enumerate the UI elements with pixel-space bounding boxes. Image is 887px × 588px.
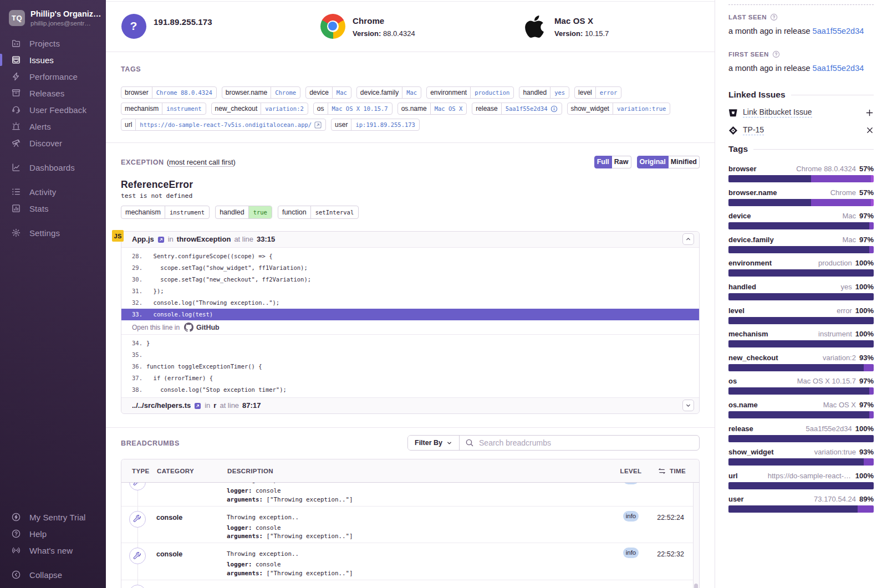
tag-meter-handled[interactable]: handled yes100% <box>728 283 874 300</box>
tag-meter-environment[interactable]: environment production100% <box>728 259 874 277</box>
tags-section: TAGS browser Chrome 88.0.4324 browser.na… <box>106 52 715 142</box>
tag-pill-browser[interactable]: browser Chrome 88.0.4324 <box>121 86 217 99</box>
tag-meter-os[interactable]: os Mac OS X 10.15.797% <box>728 377 874 395</box>
open-file-icon[interactable] <box>194 401 201 410</box>
breadcrumbs-scroll-area[interactable]: console Throwing exception.. logger: con… <box>121 483 699 588</box>
column-time[interactable]: TIME <box>649 467 693 475</box>
frame-footer[interactable]: ../../src/helpers.ts in r at line 87:17 <box>121 397 699 413</box>
tag-pill-os.name[interactable]: os.name Mac OS X <box>397 103 467 115</box>
linked-issue-link[interactable]: TP-15 <box>743 125 764 135</box>
tag-pill-url[interactable]: url https://do-sample-react-7v5is.ondigi… <box>121 119 326 131</box>
filter-by-dropdown[interactable]: Filter By <box>408 436 460 450</box>
tag-pill-environment[interactable]: environment production <box>426 86 514 99</box>
tag-distribution-bar[interactable] <box>728 246 874 253</box>
tag-distribution-bar[interactable] <box>728 364 874 371</box>
remove-linked-issue-button[interactable] <box>866 126 874 134</box>
tag-meter-mechanism[interactable]: mechanism instrument100% <box>728 330 874 347</box>
tag-distribution-bar[interactable] <box>728 175 874 182</box>
tag-meter-show_widget[interactable]: show_widget variation:true93% <box>728 448 874 466</box>
sidebar-item-activity[interactable]: Activity <box>0 183 106 200</box>
scrollbar-thumb[interactable] <box>694 584 698 588</box>
github-button[interactable]: GitHub <box>184 323 220 332</box>
open-in-github-row: Open this line in GitHub <box>121 320 699 335</box>
tag-distribution-bar[interactable] <box>728 458 874 466</box>
tags-title: TAGS <box>121 65 700 73</box>
sidebar-item-stats[interactable]: Stats <box>0 200 106 217</box>
breadcrumbs-title: BREADCRUMBS <box>121 439 180 447</box>
tag-meter-new_checkout[interactable]: new_checkout variation:293% <box>728 354 874 371</box>
breadcrumb-row[interactable]: console Throwing exception.. logger: con… <box>121 507 693 544</box>
release-link[interactable]: 5aa1f55e2d34 <box>813 27 864 35</box>
tag-pill-device.family[interactable]: device.family Mac <box>356 86 421 99</box>
sidebar-item-my-sentry-trial[interactable]: My Sentry Trial <box>0 509 106 525</box>
tag-meter-user[interactable]: user 73.170.54.2489% <box>728 495 874 513</box>
tag-pill-level[interactable]: level error <box>574 86 621 99</box>
open-file-icon[interactable] <box>157 235 165 243</box>
breadcrumb-row[interactable]: console Throwing exception.. logger: con… <box>121 543 693 580</box>
search-input[interactable] <box>479 438 694 447</box>
tag-distribution-bar[interactable] <box>728 482 874 489</box>
sidebar-item-dashboards[interactable]: Dashboards <box>0 159 106 176</box>
tag-pill-release[interactable]: release 5aa1f55e2d34 <box>472 103 562 115</box>
tag-distribution-bar[interactable] <box>728 505 874 513</box>
sidebar-item-issues[interactable]: Issues <box>0 52 106 68</box>
tag-distribution-bar[interactable] <box>728 387 874 395</box>
tag-meter-device[interactable]: device Mac97% <box>728 212 874 229</box>
tag-distribution-bar[interactable] <box>728 340 874 347</box>
tag-pill-browser.name[interactable]: browser.name Chrome <box>222 86 300 99</box>
tag-meter-release[interactable]: release 5aa1f55e2d34100% <box>728 425 874 442</box>
sidebar-item-user-feedback[interactable]: User Feedback <box>0 101 106 118</box>
sidebar-item-help[interactable]: Help <box>0 525 106 542</box>
toggle-minified[interactable]: Minified <box>669 156 700 168</box>
sidebar-nav: Projects Issues Performance Releases Use <box>0 35 106 241</box>
exception-tag-function[interactable]: function setInterval <box>278 206 359 219</box>
tag-pill-device[interactable]: device Mac <box>305 86 351 99</box>
tag-meter-browser[interactable]: browser Chrome 88.0.432457% <box>728 165 874 182</box>
release-link[interactable]: 5aa1f55e2d34 <box>813 64 864 73</box>
help-icon <box>12 529 21 538</box>
breadcrumb-row[interactable]: logger: arguments: <box>121 580 693 588</box>
sidebar-item-projects[interactable]: Projects <box>0 35 106 52</box>
exception-tag-handled[interactable]: handled true <box>215 206 272 219</box>
org-switcher[interactable]: TQ Phillip's Organiz… phillip.jones@sent… <box>0 0 106 27</box>
sidebar-item-alerts[interactable]: Alerts <box>0 118 106 135</box>
tag-pill-mechanism[interactable]: mechanism instrument <box>121 103 206 115</box>
tag-distribution-bar[interactable] <box>728 222 874 229</box>
tag-distribution-bar[interactable] <box>728 199 874 206</box>
column-description: DESCRIPTION <box>227 468 613 474</box>
toggle-raw[interactable]: Raw <box>612 156 631 168</box>
tag-pill-user[interactable]: user ip:191.89.255.173 <box>331 119 420 131</box>
tag-meter-os.name[interactable]: os.name Mac OS X97% <box>728 401 874 418</box>
tag-distribution-bar[interactable] <box>728 269 874 277</box>
tag-distribution-bar[interactable] <box>728 411 874 418</box>
tag-meter-level[interactable]: level error100% <box>728 306 874 324</box>
collapse-frame-button[interactable] <box>682 233 694 245</box>
expand-frame-button[interactable] <box>682 400 694 411</box>
sidebar-item-settings[interactable]: Settings <box>0 224 106 241</box>
sidebar-item-discover[interactable]: Discover <box>0 135 106 151</box>
tag-distribution-bar[interactable] <box>728 435 874 442</box>
tag-pill-handled[interactable]: handled yes <box>519 86 569 99</box>
tag-meter-device.family[interactable]: device.family Mac97% <box>728 236 874 253</box>
frame-header[interactable]: App.js in throwException at line 33:15 <box>121 232 699 248</box>
add-linked-issue-button[interactable] <box>865 109 874 117</box>
tag-pill-os[interactable]: os Mac OS X 10.15.7 <box>313 103 392 115</box>
code-line: 28. Sentry.configureScope((scope) => { <box>121 250 699 262</box>
main-content: ? 191.89.255.173 Chrome Version: 88.0.43… <box>106 0 715 588</box>
sidebar-item-whats-new[interactable]: What's new <box>0 542 106 559</box>
tag-pill-new_checkout[interactable]: new_checkout variation:2 <box>211 103 308 115</box>
tag-meter-browser.name[interactable]: browser.name Chrome57% <box>728 188 874 206</box>
scrollbar-track[interactable] <box>693 483 699 588</box>
tag-meter-url[interactable]: url https://do-sample-react-7v5is.ondigi… <box>728 472 874 489</box>
tag-distribution-bar[interactable] <box>728 293 874 300</box>
tag-pill-show_widget[interactable]: show_widget variation:true <box>567 103 671 115</box>
sidebar-item-releases[interactable]: Releases <box>0 85 106 101</box>
sidebar-item-collapse[interactable]: Collapse <box>0 566 106 583</box>
toggle-original[interactable]: Original <box>637 156 669 168</box>
link-bitbucket-issue[interactable]: Link Bitbucket Issue <box>743 108 812 117</box>
tag-distribution-bar[interactable] <box>728 317 874 324</box>
exception-tag-mechanism[interactable]: mechanism instrument <box>121 206 210 219</box>
toggle-full[interactable]: Full <box>594 156 612 168</box>
breadcrumb-row[interactable]: console Throwing exception.. logger: con… <box>121 483 693 507</box>
sidebar-item-performance[interactable]: Performance <box>0 68 106 85</box>
